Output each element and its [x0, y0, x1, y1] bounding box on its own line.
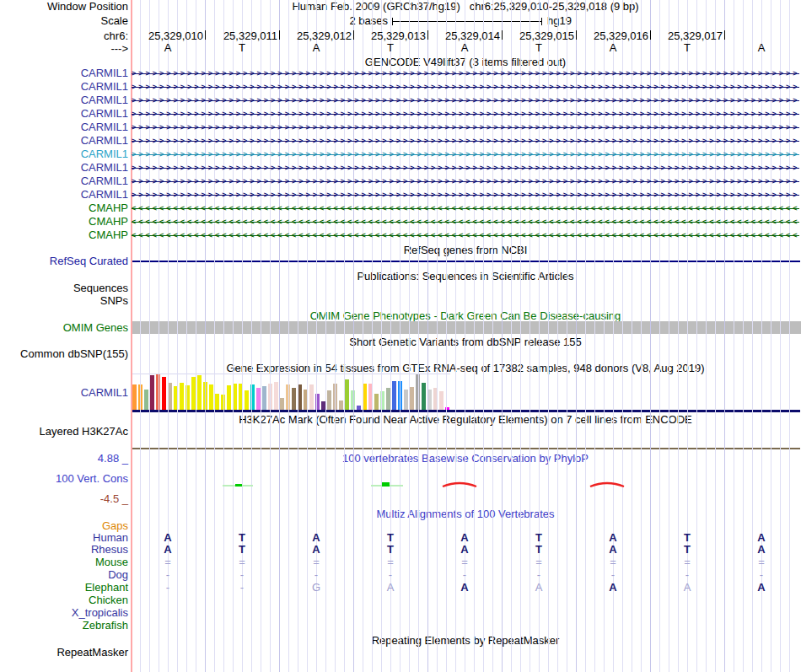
- conservation-track-title[interactable]: 100 vertebrates Basewise Conservation by…: [131, 452, 800, 465]
- gene-item-cmahp[interactable]: <<<<<<<<<<<<<<<<<<<<<<<<<<<<<<<<<<<<<<<<…: [132, 203, 799, 213]
- phylop-negative-arc: [442, 478, 477, 487]
- gtex-tissue-bar[interactable]: [292, 388, 296, 411]
- gtex-tissue-bar[interactable]: [144, 390, 148, 411]
- gene-label-carmil1[interactable]: CARMIL1: [81, 67, 128, 80]
- conservation-label[interactable]: 100 Vert. Cons: [56, 472, 128, 486]
- alignment-base-elephant: -: [160, 582, 175, 594]
- gtex-tissue-bar[interactable]: [404, 390, 408, 411]
- gene-label-cmahp[interactable]: CMAHP: [89, 202, 128, 215]
- alignment-base-human: A: [754, 532, 769, 544]
- coordinate-label: 25,329,013: [355, 30, 426, 41]
- gtex-tissue-bar[interactable]: [327, 390, 331, 411]
- window-position-label: Window Position: [47, 0, 128, 13]
- publications-track-title[interactable]: Publications: Sequences in Scientific Ar…: [131, 270, 800, 283]
- coordinate-label: 25,329,012: [281, 30, 352, 41]
- alignment-base-mouse: =: [605, 556, 621, 568]
- coordinate-tick: [576, 30, 577, 40]
- alignment-base-rhesus: T: [383, 544, 398, 556]
- gene-item-carmil1[interactable]: >>>>>>>>>>>>>>>>>>>>>>>>>>>>>>>>>>>>>>>>…: [132, 176, 799, 186]
- reference-base: A: [605, 42, 621, 54]
- repeatmasker-label[interactable]: RepeatMasker: [56, 646, 128, 659]
- gene-label-carmil1[interactable]: CARMIL1: [81, 175, 128, 188]
- gene-label-carmil1[interactable]: CARMIL1: [81, 80, 128, 94]
- sequences-label[interactable]: Sequences: [73, 282, 128, 295]
- gene-item-carmil1[interactable]: >>>>>>>>>>>>>>>>>>>>>>>>>>>>>>>>>>>>>>>>…: [132, 190, 799, 200]
- gtex-tissue-bar[interactable]: [132, 384, 137, 411]
- refseq-curated-label[interactable]: RefSeq Curated: [50, 255, 128, 268]
- gene-label-carmil1[interactable]: CARMIL1: [81, 188, 128, 202]
- gene-label-carmil1[interactable]: CARMIL1: [81, 94, 128, 107]
- gene-item-cmahp[interactable]: <<<<<<<<<<<<<<<<<<<<<<<<<<<<<<<<<<<<<<<<…: [132, 230, 799, 240]
- strand-direction-label: --->: [110, 42, 128, 56]
- common-dbsnp-label[interactable]: Common dbSNP(155): [20, 347, 128, 361]
- gtex-tissue-bar[interactable]: [410, 387, 414, 411]
- gene-item-carmil1[interactable]: >>>>>>>>>>>>>>>>>>>>>>>>>>>>>>>>>>>>>>>>…: [132, 163, 799, 173]
- gtex-tissue-bar[interactable]: [345, 379, 349, 411]
- gtex-tissue-bar[interactable]: [209, 384, 213, 411]
- gtex-tissue-bar[interactable]: [245, 390, 249, 411]
- gene-label-cmahp[interactable]: CMAHP: [89, 215, 128, 228]
- gtex-tissue-bar[interactable]: [197, 375, 202, 411]
- gene-item-carmil1[interactable]: >>>>>>>>>>>>>>>>>>>>>>>>>>>>>>>>>>>>>>>>…: [132, 109, 799, 119]
- gene-item-cmahp[interactable]: <<<<<<<<<<<<<<<<<<<<<<<<<<<<<<<<<<<<<<<<…: [132, 217, 799, 227]
- gtex-bar-chart[interactable]: [132, 374, 450, 411]
- gtex-tissue-bar[interactable]: [227, 385, 231, 411]
- gtex-tissue-bar[interactable]: [180, 383, 184, 411]
- gene-label-carmil1[interactable]: CARMIL1: [81, 134, 128, 148]
- reverse-strand-arrows: <<<<<<<<<<<<<<<<<<<<<<<<<<<<<<<<<<<<<<<<…: [132, 231, 799, 239]
- dbsnp-track-title[interactable]: Short Genetic Variants from dbSNP releas…: [131, 336, 800, 349]
- gene-label-carmil1[interactable]: CARMIL1: [81, 161, 128, 175]
- gene-label-carmil1[interactable]: CARMIL1: [81, 148, 128, 161]
- alignment-base-human: T: [531, 532, 546, 544]
- gtex-gene-label[interactable]: CARMIL1: [81, 386, 128, 400]
- gtex-tissue-bar[interactable]: [150, 375, 154, 411]
- gtex-tissue-bar[interactable]: [215, 394, 219, 411]
- gtex-tissue-bar[interactable]: [374, 394, 379, 411]
- gene-item-carmil1[interactable]: >>>>>>>>>>>>>>>>>>>>>>>>>>>>>>>>>>>>>>>>…: [132, 82, 799, 92]
- species-label-zebrafish[interactable]: Zebrafish: [83, 619, 128, 632]
- forward-strand-arrows: >>>>>>>>>>>>>>>>>>>>>>>>>>>>>>>>>>>>>>>>…: [132, 69, 799, 78]
- alignment-base-elephant: A: [754, 582, 769, 594]
- omim-genes-label[interactable]: OMIM Genes: [63, 321, 128, 335]
- refseq-curated-track-line[interactable]: [131, 261, 800, 262]
- window-position-title: Human Feb. 2009 (GRCh37/hg19) chr6:25,32…: [131, 0, 800, 13]
- gtex-tissue-bar[interactable]: [309, 384, 314, 411]
- repeatmasker-track-title[interactable]: Repeating Elements by RepeatMasker: [131, 634, 800, 648]
- gene-label-carmil1[interactable]: CARMIL1: [81, 107, 128, 121]
- multiz-track-title[interactable]: Multiz Alignments of 100 Vertebrates: [131, 508, 800, 521]
- gtex-tissue-bar[interactable]: [422, 383, 426, 411]
- alignment-base-rhesus: A: [605, 544, 621, 556]
- gtex-tissue-bar[interactable]: [274, 382, 278, 411]
- layered-h3k27ac-label[interactable]: Layered H3K27Ac: [39, 425, 128, 438]
- omim-gene-item-bar[interactable]: [131, 321, 801, 334]
- species-label-rhesus[interactable]: Rhesus: [91, 543, 128, 556]
- alignment-base-rhesus: A: [309, 544, 324, 556]
- species-label-mouse[interactable]: Mouse: [95, 556, 128, 569]
- gene-item-carmil1[interactable]: >>>>>>>>>>>>>>>>>>>>>>>>>>>>>>>>>>>>>>>>…: [132, 149, 799, 159]
- gene-item-carmil1[interactable]: >>>>>>>>>>>>>>>>>>>>>>>>>>>>>>>>>>>>>>>>…: [132, 95, 799, 105]
- refseq-track-title[interactable]: RefSeq genes from NCBI: [131, 244, 800, 257]
- gene-label-carmil1[interactable]: CARMIL1: [81, 121, 128, 134]
- gtex-tissue-bar[interactable]: [162, 377, 166, 411]
- gene-item-carmil1[interactable]: >>>>>>>>>>>>>>>>>>>>>>>>>>>>>>>>>>>>>>>>…: [132, 136, 799, 146]
- gene-item-carmil1[interactable]: >>>>>>>>>>>>>>>>>>>>>>>>>>>>>>>>>>>>>>>>…: [132, 68, 799, 78]
- phylop-positive-peak: [382, 482, 390, 487]
- snps-label[interactable]: SNPs: [100, 294, 128, 308]
- h3k27ac-track-title[interactable]: H3K27Ac Mark (Often Found Near Active Re…: [131, 413, 800, 427]
- species-label-x_tropicalis[interactable]: X_tropicalis: [72, 606, 128, 620]
- gtex-tissue-bar[interactable]: [392, 381, 396, 411]
- gene-item-carmil1[interactable]: >>>>>>>>>>>>>>>>>>>>>>>>>>>>>>>>>>>>>>>>…: [132, 122, 799, 132]
- alignment-base-dog: -: [309, 569, 324, 581]
- alignment-base-mouse: =: [531, 556, 546, 568]
- gtex-tissue-bar[interactable]: [439, 391, 444, 411]
- coordinate-label: 25,329,010: [132, 30, 203, 41]
- gencode-track-title[interactable]: GENCODE V49lift37 (3 items filtered out): [131, 56, 800, 69]
- species-label-elephant[interactable]: Elephant: [85, 581, 128, 594]
- forward-strand-arrows: >>>>>>>>>>>>>>>>>>>>>>>>>>>>>>>>>>>>>>>>…: [132, 191, 799, 199]
- gene-label-cmahp[interactable]: CMAHP: [89, 228, 128, 242]
- species-label-chicken[interactable]: Chicken: [89, 594, 128, 607]
- gtex-tissue-bar[interactable]: [262, 386, 266, 411]
- alignment-base-human: A: [309, 532, 324, 544]
- scale-assembly: hg19: [547, 14, 572, 28]
- species-label-dog[interactable]: Dog: [108, 568, 128, 582]
